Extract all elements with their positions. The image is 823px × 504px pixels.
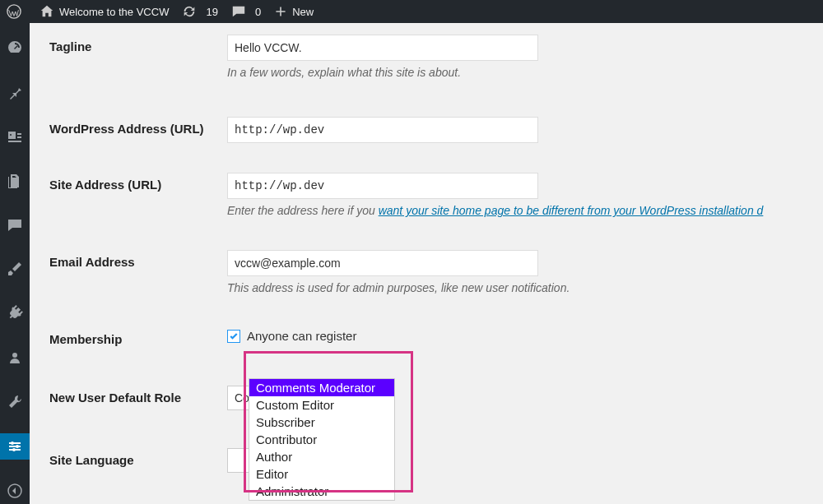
new-link[interactable]: New xyxy=(274,5,314,18)
row-timezone: Timezone Choose either a city in the sam… xyxy=(30,488,823,504)
wp-logo[interactable] xyxy=(7,4,26,19)
refresh-icon xyxy=(182,4,197,19)
input-site-address[interactable] xyxy=(227,173,538,199)
checkbox-label: Anyone can register xyxy=(247,329,356,343)
desc-tagline: In a few words, explain what this site i… xyxy=(227,61,823,79)
site-name-link[interactable]: Welcome to the VCCW xyxy=(40,4,169,19)
dashboard-icon xyxy=(7,39,23,56)
menu-collapse[interactable] xyxy=(0,478,30,504)
pages-icon xyxy=(7,173,23,189)
brush-icon xyxy=(7,261,23,277)
input-wp-address[interactable] xyxy=(227,117,538,143)
label-membership: Membership xyxy=(30,327,227,346)
label-email: Email Address xyxy=(30,250,227,269)
option-author[interactable]: Author xyxy=(249,448,394,465)
dropdown-default-role-options: Comments Moderator Custom Editor Subscri… xyxy=(249,378,395,501)
option-administrator[interactable]: Administrator xyxy=(249,483,394,500)
option-custom-editor[interactable]: Custom Editor xyxy=(249,396,394,414)
site-title: Welcome to the VCCW xyxy=(59,6,169,18)
link-site-address-help[interactable]: want your site home page to be different… xyxy=(379,204,764,217)
option-editor[interactable]: Editor xyxy=(249,465,394,483)
sliders-icon xyxy=(7,438,23,455)
row-email: Email Address This address is used for a… xyxy=(30,232,823,309)
menu-plugins[interactable] xyxy=(0,300,30,326)
comments-count: 0 xyxy=(255,6,261,18)
admin-sidebar xyxy=(0,23,30,504)
input-tagline[interactable] xyxy=(227,35,538,61)
plug-icon xyxy=(7,305,23,321)
menu-tools[interactable] xyxy=(0,389,30,415)
comment-icon xyxy=(231,4,246,19)
menu-settings[interactable] xyxy=(0,433,30,460)
comments-link[interactable]: 0 xyxy=(231,4,261,19)
menu-comments[interactable] xyxy=(0,212,30,238)
plus-icon xyxy=(274,5,287,18)
wrench-icon xyxy=(7,394,23,410)
menu-media[interactable] xyxy=(0,123,30,150)
admin-bar: Welcome to the VCCW 19 0 New xyxy=(0,0,823,23)
row-wp-address: WordPress Address (URL) xyxy=(30,94,823,158)
menu-users[interactable] xyxy=(0,344,30,371)
row-site-language: Site Language xyxy=(30,425,823,488)
settings-general-form: Tagline In a few words, explain what thi… xyxy=(30,23,823,504)
collapse-icon xyxy=(7,483,23,499)
option-subscriber[interactable]: Subscriber xyxy=(249,414,394,431)
comments-icon xyxy=(7,217,23,234)
input-email[interactable] xyxy=(227,250,538,276)
label-site-language: Site Language xyxy=(30,448,227,467)
svg-point-1 xyxy=(12,353,17,358)
row-tagline: Tagline In a few words, explain what thi… xyxy=(30,23,823,94)
pin-icon xyxy=(7,84,23,100)
menu-posts[interactable] xyxy=(0,79,30,105)
svg-point-4 xyxy=(12,448,16,451)
option-contributor[interactable]: Contributor xyxy=(249,431,394,448)
svg-point-3 xyxy=(16,445,19,448)
label-tagline: Tagline xyxy=(30,35,227,53)
label-wp-address: WordPress Address (URL) xyxy=(30,117,227,136)
label-site-address: Site Address (URL) xyxy=(30,173,227,192)
user-icon xyxy=(7,349,23,366)
desc-email: This address is used for admin purposes,… xyxy=(227,276,823,294)
row-default-role: New User Default Role Comments Moderator xyxy=(30,361,823,425)
media-icon xyxy=(7,128,23,145)
svg-point-2 xyxy=(11,442,14,445)
menu-appearance[interactable] xyxy=(0,257,30,283)
menu-dashboard[interactable] xyxy=(0,35,30,61)
wordpress-icon xyxy=(7,4,21,19)
row-membership: Membership Anyone can register xyxy=(30,309,823,361)
updates-count: 19 xyxy=(206,6,217,18)
home-icon xyxy=(40,4,54,19)
row-site-address: Site Address (URL) Enter the address her… xyxy=(30,158,823,232)
new-label: New xyxy=(292,6,314,18)
checkbox-anyone-can-register[interactable] xyxy=(227,330,240,343)
menu-pages[interactable] xyxy=(0,168,30,194)
check-icon xyxy=(229,331,239,341)
updates-link[interactable]: 19 xyxy=(182,4,217,19)
label-default-role: New User Default Role xyxy=(30,386,227,405)
desc-site-address: Enter the address here if you want your … xyxy=(227,199,823,217)
option-comments-moderator[interactable]: Comments Moderator xyxy=(249,379,394,396)
